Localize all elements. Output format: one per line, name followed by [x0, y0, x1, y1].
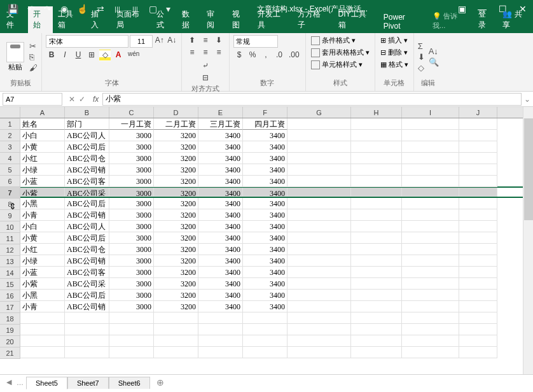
cell[interactable]: [351, 267, 402, 278]
sheet-nav-prev-icon[interactable]: ◀: [4, 378, 14, 386]
col-header-A[interactable]: A: [20, 107, 65, 118]
cell[interactable]: [243, 312, 287, 324]
cell[interactable]: [402, 290, 459, 301]
cell[interactable]: 小绿: [20, 255, 65, 267]
cell[interactable]: [65, 347, 109, 358]
cell[interactable]: 3400: [243, 255, 287, 267]
cell[interactable]: [351, 198, 402, 209]
cell[interactable]: 3400: [198, 244, 243, 255]
cell[interactable]: [109, 335, 154, 347]
cell[interactable]: [402, 335, 459, 347]
row-header[interactable]: 4: [0, 153, 20, 164]
cell[interactable]: 小红: [20, 153, 65, 164]
cell[interactable]: [459, 278, 497, 290]
inc-decimal-icon[interactable]: .0: [273, 50, 285, 61]
tab-视图[interactable]: 视图: [227, 6, 253, 33]
col-header-B[interactable]: B: [65, 107, 109, 118]
row-header[interactable]: 12: [0, 244, 20, 256]
cell[interactable]: 一月工资: [109, 118, 154, 130]
row-header[interactable]: 20: [0, 336, 20, 347]
row-header[interactable]: 10: [0, 221, 20, 233]
cell[interactable]: 3000: [109, 176, 154, 187]
formula-input[interactable]: [102, 93, 522, 106]
cell[interactable]: 3000: [109, 244, 154, 255]
cell[interactable]: [351, 209, 402, 221]
cell[interactable]: [109, 312, 154, 324]
cell[interactable]: [154, 312, 198, 324]
row-header[interactable]: 16: [0, 290, 20, 302]
row-header[interactable]: 15: [0, 279, 20, 290]
cell[interactable]: 小青: [20, 209, 65, 221]
cell[interactable]: [20, 347, 65, 358]
cell[interactable]: 3200: [154, 164, 198, 176]
cell[interactable]: [65, 324, 109, 335]
cell[interactable]: [287, 164, 351, 176]
cell[interactable]: 3200: [154, 255, 198, 267]
row-header[interactable]: 14: [0, 267, 20, 279]
border-button[interactable]: ⊞: [86, 50, 97, 61]
cell[interactable]: [154, 347, 198, 358]
cell[interactable]: [109, 324, 154, 335]
save-icon[interactable]: 💾: [8, 4, 18, 14]
cell[interactable]: ABC公司人: [65, 130, 109, 141]
format-painter-icon[interactable]: 🖌: [29, 63, 38, 73]
cell[interactable]: 3400: [198, 301, 243, 312]
cell[interactable]: [459, 267, 497, 278]
cell[interactable]: [459, 198, 497, 209]
col-header-E[interactable]: E: [198, 107, 243, 118]
cell[interactable]: 二月工资: [154, 118, 198, 130]
cell[interactable]: 3400: [198, 209, 243, 221]
cell[interactable]: 3000: [109, 255, 154, 267]
cell[interactable]: [402, 324, 459, 335]
cell[interactable]: [351, 312, 402, 324]
cell[interactable]: [351, 255, 402, 267]
font-size-select[interactable]: [130, 35, 153, 48]
cell[interactable]: 3200: [154, 176, 198, 187]
sort-filter-icon[interactable]: A↓: [429, 46, 439, 56]
cell[interactable]: [402, 188, 459, 197]
grow-font-icon[interactable]: A↑: [154, 35, 165, 48]
cell[interactable]: 3000: [109, 232, 154, 244]
cell[interactable]: [198, 312, 243, 324]
cell[interactable]: [459, 209, 497, 221]
fx-icon[interactable]: fx: [89, 95, 102, 104]
fill-icon[interactable]: ⬇: [418, 52, 425, 62]
comma-icon[interactable]: ,: [260, 50, 272, 61]
cell[interactable]: [287, 312, 351, 324]
cell[interactable]: [351, 335, 402, 347]
cell[interactable]: [198, 347, 243, 358]
font-color-button[interactable]: A: [113, 50, 124, 61]
cell[interactable]: [402, 267, 459, 278]
cell[interactable]: [287, 188, 351, 197]
italic-button[interactable]: I: [59, 50, 71, 61]
name-box[interactable]: [3, 93, 62, 106]
cell[interactable]: [459, 118, 497, 130]
cell[interactable]: 3400: [198, 153, 243, 164]
cell[interactable]: 3200: [154, 188, 198, 197]
row-header[interactable]: 5: [0, 164, 20, 176]
cell[interactable]: 3400: [198, 188, 243, 197]
cell[interactable]: [20, 312, 65, 324]
vertical-scrollbar[interactable]: [523, 107, 533, 374]
cell[interactable]: [402, 198, 459, 209]
cell[interactable]: ABC公司采: [65, 278, 109, 290]
cell[interactable]: 3400: [243, 244, 287, 255]
row-header[interactable]: 9: [0, 210, 20, 221]
autosum-icon[interactable]: Σ: [418, 41, 425, 51]
cell[interactable]: [351, 176, 402, 187]
cell[interactable]: 3200: [154, 221, 198, 232]
number-format-select[interactable]: [233, 35, 278, 48]
cell[interactable]: 3400: [243, 188, 287, 197]
cell[interactable]: 3000: [109, 267, 154, 278]
cell[interactable]: 3200: [154, 301, 198, 312]
align-left-icon[interactable]: ≡: [186, 47, 198, 59]
cells-area[interactable]: 姓名部门一月工资二月工资三月工资四月工资小白ABC公司人300032003400…: [20, 118, 523, 374]
cell[interactable]: [20, 335, 65, 347]
cancel-formula-icon[interactable]: ✕: [69, 95, 75, 104]
cell[interactable]: [287, 335, 351, 347]
cell[interactable]: ABC公司仓: [65, 153, 109, 164]
cell[interactable]: [351, 301, 402, 312]
cell[interactable]: [402, 164, 459, 176]
cell[interactable]: ABC公司人: [65, 221, 109, 232]
cell[interactable]: ABC公司采: [65, 188, 109, 197]
